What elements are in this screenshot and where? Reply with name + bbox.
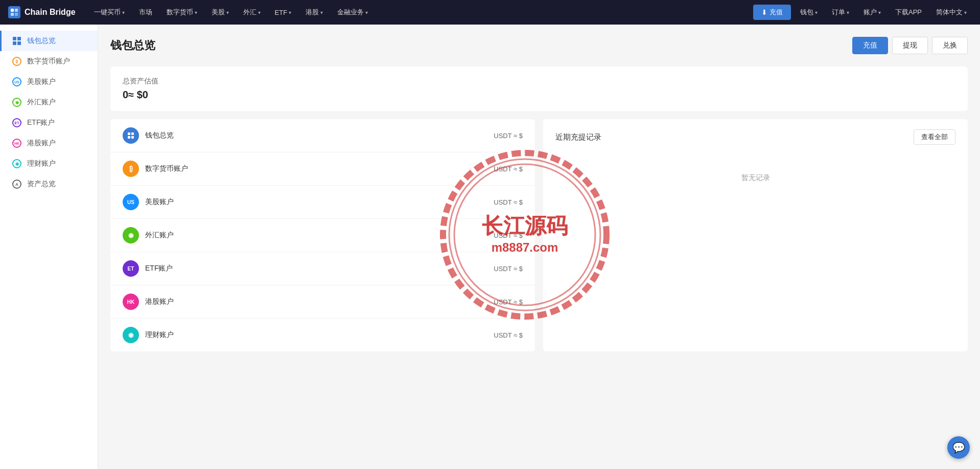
- recharge-button[interactable]: 充值: [852, 37, 888, 54]
- download-icon: ⬇: [761, 8, 767, 16]
- chevron-down-icon: ▾: [122, 10, 125, 15]
- page-actions: 充值 提现 兑换: [852, 37, 968, 54]
- menu-item-forex[interactable]: 外汇 ▾: [237, 5, 267, 20]
- account-usdt: USDT ≈ $: [494, 298, 523, 306]
- download-app-button[interactable]: 下载APP: [890, 5, 927, 20]
- sidebar-item-label: ETF账户: [27, 118, 55, 127]
- bitcoin-icon: ₿: [12, 56, 22, 66]
- sidebar-item-label: 数字货币账户: [27, 57, 70, 66]
- account-usdt: USDT ≈ $: [494, 132, 523, 140]
- forex-icon: ◉: [12, 97, 22, 107]
- hk-stock-icon: HK: [12, 138, 22, 148]
- hk-account-icon: HK: [123, 294, 139, 310]
- chevron-down-icon: ▾: [258, 10, 261, 15]
- account-values: USDT ≈ $: [494, 298, 523, 306]
- chevron-down-icon: ▾: [964, 10, 967, 15]
- sidebar-item-label: 资产总览: [27, 180, 56, 189]
- account-name: 理财账户: [145, 330, 494, 340]
- account-row-forex[interactable]: ◉ 外汇账户 USDT ≈ $: [110, 219, 535, 252]
- account-name: 数字货币账户: [145, 164, 494, 173]
- account-usdt: USDT ≈ $: [494, 165, 523, 173]
- menu-item-crypto[interactable]: 数字货币 ▾: [160, 5, 203, 20]
- account-name: 港股账户: [145, 297, 494, 306]
- crypto-account-icon: ₿: [123, 161, 139, 177]
- menu-item-market[interactable]: 市场: [133, 5, 158, 20]
- sidebar: 钱包总览 ₿ 数字货币账户 US 美股账户 ◉ 外汇账户 ET ETF账户: [0, 25, 98, 469]
- sidebar-item-us-account[interactable]: US 美股账户: [0, 72, 98, 92]
- sidebar-item-label: 外汇账户: [27, 98, 56, 107]
- sidebar-item-label: 港股账户: [27, 139, 56, 148]
- chevron-down-icon: ▾: [289, 10, 291, 15]
- account-values: USDT ≈ $: [494, 132, 523, 140]
- top-navigation: Chain Bridge 一键买币 ▾ 市场 数字货币 ▾ 美股 ▾ 外汇 ▾ …: [0, 0, 980, 25]
- sidebar-item-label: 钱包总览: [27, 36, 56, 46]
- account-values: USDT ≈ $: [494, 198, 523, 206]
- language-switcher[interactable]: 简体中文 ▾: [931, 5, 972, 20]
- svg-rect-2: [11, 13, 14, 16]
- wallet-overview-icon: [12, 36, 22, 46]
- account-usdt: USDT ≈ $: [494, 331, 523, 339]
- chevron-down-icon: ▾: [815, 10, 818, 15]
- sidebar-item-wallet-overview[interactable]: 钱包总览: [0, 31, 98, 51]
- account-values: USDT ≈ $: [494, 331, 523, 339]
- recent-title: 近期充提记录: [555, 132, 601, 142]
- account-name: 外汇账户: [145, 231, 494, 240]
- sidebar-item-asset-overview[interactable]: A 资产总览: [0, 174, 98, 194]
- total-assets-section: 总资产估值 0≈ $0: [110, 66, 968, 111]
- sidebar-item-crypto-account[interactable]: ₿ 数字货币账户: [0, 51, 98, 72]
- us-stock-account-icon: US: [123, 194, 139, 210]
- menu-item-hk-stock[interactable]: 港股 ▾: [299, 5, 329, 20]
- assets-label: 总资产估值: [123, 77, 955, 86]
- account-values: USDT ≈ $: [494, 232, 523, 239]
- account-name: ETF账户: [145, 264, 494, 273]
- us-stock-icon: US: [12, 77, 22, 87]
- account-usdt: USDT ≈ $: [494, 265, 523, 273]
- main-content: 钱包总览 充值 提现 兑换 总资产估值 0≈ $0: [98, 25, 980, 469]
- top-right-actions: ⬇ 充值 钱包 ▾ 订单 ▾ 账户 ▾ 下载APP 简体中文 ▾: [753, 5, 972, 20]
- account-row-wallet[interactable]: 钱包总览 USDT ≈ $: [110, 119, 535, 152]
- view-all-button[interactable]: 查看全部: [914, 129, 955, 145]
- account-row-crypto[interactable]: ₿ 数字货币账户 USDT ≈ $: [110, 152, 535, 186]
- menu-item-etf[interactable]: ETF ▾: [269, 6, 298, 19]
- assets-value: 0≈ $0: [123, 89, 955, 101]
- recent-header: 近期充提记录 查看全部: [555, 129, 955, 145]
- chat-widget[interactable]: 💬: [947, 436, 970, 459]
- account-row-finance[interactable]: ◉ 理财账户 USDT ≈ $: [110, 319, 535, 351]
- account-menu[interactable]: 账户 ▾: [858, 5, 886, 20]
- top-recharge-button[interactable]: ⬇ 充值: [753, 5, 791, 20]
- forex-account-icon: ◉: [123, 227, 139, 243]
- sidebar-item-forex-account[interactable]: ◉ 外汇账户: [0, 92, 98, 113]
- account-row-etf[interactable]: ET ETF账户 USDT ≈ $: [110, 252, 535, 285]
- recent-records-section: 近期充提记录 查看全部 暂无记录: [543, 119, 968, 351]
- withdraw-button[interactable]: 提现: [892, 37, 928, 54]
- main-menu: 一键买币 ▾ 市场 数字货币 ▾ 美股 ▾ 外汇 ▾ ETF ▾ 港股 ▾ 金融…: [88, 5, 753, 20]
- chevron-down-icon: ▾: [320, 10, 323, 15]
- account-row-us-stock[interactable]: US 美股账户 USDT ≈ $: [110, 186, 535, 219]
- svg-rect-1: [15, 9, 18, 12]
- account-usdt: USDT ≈ $: [494, 232, 523, 239]
- sidebar-item-hk-account[interactable]: HK 港股账户: [0, 133, 98, 153]
- account-row-hk[interactable]: HK 港股账户 USDT ≈ $: [110, 285, 535, 319]
- chevron-down-icon: ▾: [878, 10, 881, 15]
- menu-item-us-stock[interactable]: 美股 ▾: [205, 5, 235, 20]
- order-menu[interactable]: 订单 ▾: [827, 5, 854, 20]
- chat-icon: 💬: [952, 441, 965, 454]
- no-records-placeholder: 暂无记录: [555, 153, 955, 203]
- menu-item-quick-buy[interactable]: 一键买币 ▾: [88, 5, 131, 20]
- page-header: 钱包总览 充值 提现 兑换: [110, 37, 968, 54]
- chevron-down-icon: ▾: [365, 10, 368, 15]
- account-name: 钱包总览: [145, 131, 494, 140]
- exchange-button[interactable]: 兑换: [932, 37, 968, 54]
- page-layout: 钱包总览 ₿ 数字货币账户 US 美股账户 ◉ 外汇账户 ET ETF账户: [0, 25, 980, 469]
- wallet-overview-account-icon: [123, 127, 139, 144]
- wallet-menu[interactable]: 钱包 ▾: [795, 5, 823, 20]
- account-usdt: USDT ≈ $: [494, 198, 523, 206]
- asset-overview-icon: A: [12, 179, 22, 189]
- logo[interactable]: Chain Bridge: [8, 6, 76, 18]
- content-columns: 钱包总览 USDT ≈ $ ₿ 数字货币账户 USDT ≈ $: [110, 119, 968, 351]
- page-title: 钱包总览: [110, 38, 155, 53]
- sidebar-item-finance-account[interactable]: ◉ 理财账户: [0, 153, 98, 174]
- menu-item-finance[interactable]: 金融业务 ▾: [331, 5, 374, 20]
- sidebar-item-etf-account[interactable]: ET ETF账户: [0, 113, 98, 133]
- finance-account-icon: ◉: [123, 327, 139, 343]
